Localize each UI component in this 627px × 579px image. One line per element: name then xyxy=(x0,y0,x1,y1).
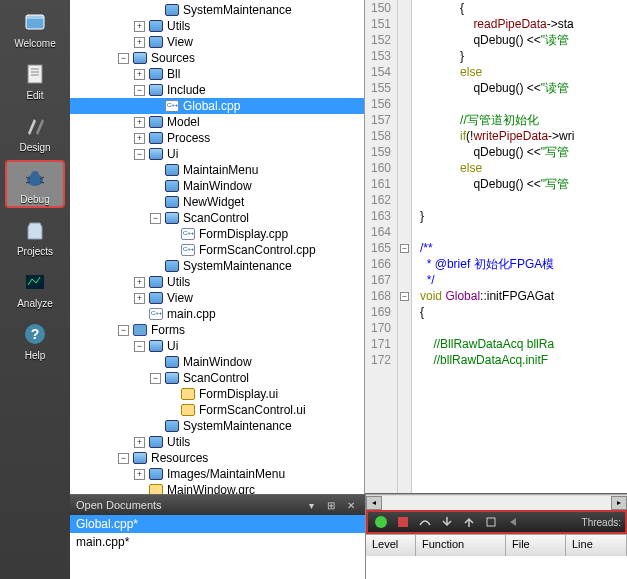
expand-icon[interactable]: − xyxy=(134,85,145,96)
expand-icon[interactable]: − xyxy=(134,149,145,160)
tree-item[interactable]: MainWindow xyxy=(70,178,364,194)
sidebar-item-analyze[interactable]: Analyze xyxy=(5,264,65,312)
debug-restart-icon[interactable] xyxy=(482,513,500,531)
fold-icon[interactable]: − xyxy=(400,292,409,301)
tree-item[interactable]: +Images/MaintainMenu xyxy=(70,466,364,482)
code-line[interactable]: qDebug() <<"写管 xyxy=(420,176,627,192)
sidebar-item-debug[interactable]: Debug xyxy=(5,160,65,208)
tree-item[interactable]: +Bll xyxy=(70,66,364,82)
tree-item[interactable]: +Utils xyxy=(70,434,364,450)
expand-icon[interactable]: + xyxy=(134,37,145,48)
tree-item[interactable]: SystemMaintenance xyxy=(70,418,364,434)
code-line[interactable]: { xyxy=(420,304,627,320)
col-function[interactable]: Function xyxy=(416,535,506,556)
debug-continue-icon[interactable] xyxy=(372,513,390,531)
tree-item[interactable]: MainWindow xyxy=(70,354,364,370)
debug-step-out-icon[interactable] xyxy=(460,513,478,531)
tree-item[interactable]: −Ui xyxy=(70,338,364,354)
tree-item[interactable]: −Forms xyxy=(70,322,364,338)
code-line[interactable] xyxy=(420,224,627,240)
debug-step-over-icon[interactable] xyxy=(416,513,434,531)
project-tree[interactable]: SystemMaintenance+Utils+View−Sources+Bll… xyxy=(70,0,365,494)
tree-item[interactable]: −Ui xyxy=(70,146,364,162)
code-line[interactable]: * @brief 初始化FPGA模 xyxy=(420,256,627,272)
tree-item[interactable]: SystemMaintenance xyxy=(70,2,364,18)
tree-item[interactable]: +View xyxy=(70,34,364,50)
code-line[interactable]: */ xyxy=(420,272,627,288)
code-line[interactable]: else xyxy=(420,64,627,80)
expand-icon[interactable]: + xyxy=(134,469,145,480)
tree-item[interactable]: NewWidget xyxy=(70,194,364,210)
code-line[interactable]: } xyxy=(420,48,627,64)
scroll-left-icon[interactable]: ◂ xyxy=(366,496,382,510)
open-document-item[interactable]: Global.cpp* xyxy=(70,515,365,533)
tree-item[interactable]: +View xyxy=(70,290,364,306)
col-level[interactable]: Level xyxy=(366,535,416,556)
code-line[interactable] xyxy=(420,96,627,112)
expand-icon[interactable]: + xyxy=(134,69,145,80)
code-line[interactable]: /** xyxy=(420,240,627,256)
tree-item[interactable]: FormScanControl.ui xyxy=(70,402,364,418)
tree-item[interactable]: +Utils xyxy=(70,18,364,34)
code-line[interactable]: //bllRawDataAcq.initF xyxy=(420,352,627,368)
debug-back-icon[interactable] xyxy=(504,513,522,531)
expand-icon[interactable]: + xyxy=(134,437,145,448)
code-line[interactable]: else xyxy=(420,160,627,176)
expand-icon[interactable]: − xyxy=(118,53,129,64)
stack-table-body[interactable] xyxy=(366,556,627,579)
code-line[interactable]: void Global::initFPGAGat xyxy=(420,288,627,304)
expand-icon[interactable]: + xyxy=(134,117,145,128)
tree-item[interactable]: SystemMaintenance xyxy=(70,258,364,274)
code-area[interactable]: { readPipeData->sta qDebug() <<"读管 } els… xyxy=(412,0,627,493)
expand-icon[interactable]: − xyxy=(150,213,161,224)
code-line[interactable]: } xyxy=(420,208,627,224)
expand-icon[interactable]: + xyxy=(134,293,145,304)
sidebar-item-design[interactable]: Design xyxy=(5,108,65,156)
tree-item[interactable]: FormDisplay.ui xyxy=(70,386,364,402)
tree-item[interactable]: MaintainMenu xyxy=(70,162,364,178)
open-docs-menu-icon[interactable]: ▾ xyxy=(303,498,319,512)
col-line[interactable]: Line xyxy=(566,535,627,556)
expand-icon[interactable]: + xyxy=(134,133,145,144)
tree-item[interactable]: −Sources xyxy=(70,50,364,66)
code-editor[interactable]: 1501511521531541551561571581591601611621… xyxy=(365,0,627,493)
expand-icon[interactable]: − xyxy=(134,341,145,352)
tree-item[interactable]: +Model xyxy=(70,114,364,130)
open-document-item[interactable]: main.cpp* xyxy=(70,533,365,551)
code-line[interactable]: qDebug() <<"读管 xyxy=(420,80,627,96)
debug-stop-icon[interactable] xyxy=(394,513,412,531)
expand-icon[interactable]: − xyxy=(150,373,161,384)
code-line[interactable] xyxy=(420,320,627,336)
open-docs-split-icon[interactable]: ⊞ xyxy=(323,498,339,512)
open-docs-close-icon[interactable]: ✕ xyxy=(343,498,359,512)
sidebar-item-welcome[interactable]: Welcome xyxy=(5,4,65,52)
tree-item[interactable]: FormScanControl.cpp xyxy=(70,242,364,258)
editor-hscrollbar[interactable]: ◂ ▸ xyxy=(366,494,627,510)
code-line[interactable] xyxy=(420,192,627,208)
code-line[interactable]: if(!writePipeData->wri xyxy=(420,128,627,144)
tree-item[interactable]: −Resources xyxy=(70,450,364,466)
tree-item[interactable]: −ScanControl xyxy=(70,210,364,226)
tree-item[interactable]: +Utils xyxy=(70,274,364,290)
tree-item[interactable]: −Include xyxy=(70,82,364,98)
code-line[interactable]: qDebug() <<"写管 xyxy=(420,144,627,160)
tree-item[interactable]: MainWindow.qrc xyxy=(70,482,364,494)
tree-item[interactable]: FormDisplay.cpp xyxy=(70,226,364,242)
expand-icon[interactable]: − xyxy=(118,325,129,336)
code-line[interactable]: readPipeData->sta xyxy=(420,16,627,32)
tree-item[interactable]: main.cpp xyxy=(70,306,364,322)
code-line[interactable]: //BllRawDataAcq bllRa xyxy=(420,336,627,352)
tree-item[interactable]: +Process xyxy=(70,130,364,146)
sidebar-item-edit[interactable]: Edit xyxy=(5,56,65,104)
expand-icon[interactable]: + xyxy=(134,277,145,288)
scroll-right-icon[interactable]: ▸ xyxy=(611,496,627,510)
sidebar-item-projects[interactable]: Projects xyxy=(5,212,65,260)
tree-item[interactable]: −ScanControl xyxy=(70,370,364,386)
expand-icon[interactable]: − xyxy=(118,453,129,464)
code-line[interactable]: { xyxy=(420,0,627,16)
fold-icon[interactable]: − xyxy=(400,244,409,253)
tree-item[interactable]: Global.cpp xyxy=(70,98,364,114)
sidebar-item-help[interactable]: ?Help xyxy=(5,316,65,364)
expand-icon[interactable]: + xyxy=(134,21,145,32)
code-line[interactable]: //写管道初始化 xyxy=(420,112,627,128)
